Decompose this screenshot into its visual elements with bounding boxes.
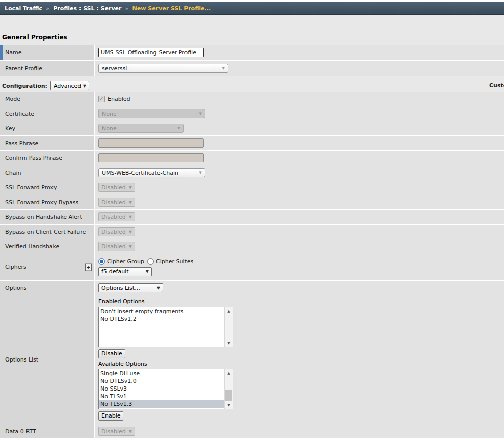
data-0-rtt-select[interactable]: Disabled ▼ (98, 427, 135, 436)
key-label-cell: Key (0, 121, 95, 135)
page-body: General Properties Name UMS-SSL-Offloadi… (0, 15, 504, 443)
scrollbar[interactable]: ▲ ▼ (224, 369, 233, 409)
bypass-on-client-cert-failure-value-cell: Disabled ▼ (95, 225, 504, 239)
bypass-on-client-cert-failure-row: Bypass on Client Cert Failure Disabled ▼ (0, 225, 504, 239)
disable-button[interactable]: Disable (98, 349, 125, 358)
mode-label-cell: Mode (0, 92, 95, 106)
name-label: Name (5, 49, 21, 56)
bypass-on-client-cert-failure-label-cell: Bypass on Client Cert Failure (0, 225, 95, 239)
options-select[interactable]: Options List... ▼ (98, 283, 163, 292)
bypass-on-client-cert-failure-select[interactable]: Disabled ▼ (98, 227, 135, 236)
breadcrumb-root[interactable]: Local Traffic (5, 5, 42, 12)
parent-profile-label: Parent Profile (5, 65, 42, 72)
key-select-value: None (102, 125, 117, 132)
list-item-selected[interactable]: No TLSv1.3 (99, 400, 224, 408)
bypass-on-handshake-alert-label-cell: Bypass on Handshake Alert (0, 210, 95, 224)
bottom-margin (0, 439, 504, 443)
bypass-on-handshake-alert-label: Bypass on Handshake Alert (5, 214, 82, 220)
cipher-group-select[interactable]: f5-default ▼ (98, 267, 152, 276)
chevron-down-icon: ▼ (129, 185, 132, 190)
mode-value-cell: ✓ Enabled (95, 92, 504, 106)
ciphers-row: Ciphers + Cipher Group Cipher Suites f5-… (0, 254, 504, 281)
configuration-table: Mode ✓ Enabled Certificate None ▼ (0, 92, 504, 439)
list-item[interactable]: Single DH use (99, 370, 224, 377)
certificate-row: Certificate None ▼ (0, 106, 504, 121)
list-item[interactable]: No DTLSv1.0 (99, 377, 224, 385)
certificate-value-cell: None ▼ (95, 106, 504, 121)
verified-handshake-value-cell: Disabled ▼ (95, 239, 504, 254)
pass-phrase-input[interactable] (98, 138, 204, 148)
options-label: Options (5, 285, 26, 291)
chevron-down-icon: ▼ (129, 200, 132, 205)
configuration-header: Configuration: Advanced ▼ Custom (0, 80, 504, 91)
scroll-down-icon[interactable]: ▼ (225, 401, 233, 409)
ciphers-value-cell: Cipher Group Cipher Suites f5-default ▼ (95, 254, 504, 280)
name-input[interactable]: UMS-SSL-Offloading-Server-Profile (98, 48, 204, 57)
parent-profile-row: Parent Profile serverssl ▼ (0, 61, 504, 76)
data-0-rtt-row: Data 0-RTT Disabled ▼ (0, 424, 504, 439)
chain-select-value: UMS-WEB-Certificate-Chain (102, 170, 178, 176)
ssl-forward-proxy-select[interactable]: Disabled ▼ (98, 183, 135, 192)
list-item[interactable]: No SSLv3 (99, 385, 224, 393)
ssl-forward-proxy-bypass-row: SSL Forward Proxy Bypass Disabled ▼ (0, 195, 504, 210)
cipher-suites-radio[interactable] (147, 258, 154, 265)
available-options-listbox[interactable]: Single DH use No DTLSv1.0 No SSLv3 No TL… (98, 369, 233, 409)
list-item[interactable]: Don't insert empty fragments (99, 308, 224, 315)
mode-enabled-checkbox[interactable]: ✓ (98, 96, 105, 102)
certificate-select-value: None (102, 110, 117, 117)
cipher-group-select-value: f5-default (101, 268, 129, 275)
parent-profile-value-cell: serverssl ▼ (95, 61, 504, 76)
verified-handshake-label-cell: Verified Handshake (0, 239, 95, 254)
ssl-forward-proxy-row: SSL Forward Proxy Disabled ▼ (0, 180, 504, 195)
ssl-forward-proxy-bypass-select[interactable]: Disabled ▼ (98, 198, 135, 207)
list-item[interactable]: No DTLSv1.2 (99, 315, 224, 323)
bypass-on-client-cert-failure-select-value: Disabled (101, 229, 126, 235)
chevron-down-icon: ▼ (129, 230, 132, 234)
chain-row: Chain UMS-WEB-Certificate-Chain ▼ (0, 165, 504, 180)
breadcrumb: Local Traffic » Profiles : SSL : Server … (0, 2, 504, 15)
bypass-on-handshake-alert-select[interactable]: Disabled ▼ (98, 212, 135, 221)
cipher-suites-radio-label: Cipher Suites (156, 258, 193, 265)
ciphers-expand-button[interactable]: + (85, 263, 92, 271)
chain-label-cell: Chain (0, 165, 95, 180)
key-select[interactable]: None ▼ (98, 124, 184, 133)
required-field-marker (0, 45, 3, 60)
scrollbar-track[interactable] (225, 315, 233, 339)
configuration-level-select[interactable]: Advanced ▼ (50, 81, 89, 90)
pass-phrase-row: Pass Phrase (0, 136, 504, 151)
name-row: Name UMS-SSL-Offloading-Server-Profile (0, 45, 504, 61)
scroll-up-icon[interactable]: ▲ (225, 369, 233, 377)
confirm-pass-phrase-input[interactable] (98, 153, 204, 162)
chain-select[interactable]: UMS-WEB-Certificate-Chain ▼ (98, 168, 205, 177)
pass-phrase-value-cell (95, 136, 504, 150)
ssl-forward-proxy-label-cell: SSL Forward Proxy (0, 180, 95, 195)
chevron-down-icon: ▼ (83, 84, 86, 88)
breadcrumb-path[interactable]: Profiles : SSL : Server (53, 5, 121, 12)
key-label: Key (5, 125, 15, 132)
certificate-select[interactable]: None ▼ (98, 109, 205, 118)
cipher-group-radio[interactable] (98, 258, 105, 265)
parent-profile-label-cell: Parent Profile (0, 61, 95, 76)
mode-label: Mode (5, 96, 20, 102)
options-list-label: Options List (5, 356, 38, 363)
configuration-label: Configuration: (2, 82, 47, 89)
general-properties-table: Name UMS-SSL-Offloading-Server-Profile P… (0, 45, 504, 76)
scroll-up-icon[interactable]: ▲ (225, 307, 233, 315)
confirm-pass-phrase-value-cell (95, 151, 504, 165)
verified-handshake-select[interactable]: Disabled ▼ (98, 242, 135, 251)
scroll-down-icon[interactable]: ▼ (225, 339, 233, 347)
key-row: Key None ▼ (0, 121, 504, 136)
pass-phrase-label-cell: Pass Phrase (0, 136, 95, 150)
enabled-options-listbox[interactable]: Don't insert empty fragments No DTLSv1.2… (98, 307, 233, 347)
enabled-options-items: Don't insert empty fragments No DTLSv1.2 (99, 307, 224, 347)
scrollbar-thumb[interactable] (225, 390, 232, 401)
parent-profile-select[interactable]: serverssl ▼ (98, 64, 228, 73)
enabled-options-title: Enabled Options (98, 298, 144, 306)
scrollbar[interactable]: ▲ ▼ (224, 307, 233, 347)
enable-button[interactable]: Enable (98, 411, 123, 421)
list-item[interactable]: No TLSv1 (99, 393, 224, 400)
configuration-level-value: Advanced (54, 82, 81, 89)
scrollbar-track[interactable] (225, 377, 233, 401)
available-options-title: Available Options (98, 360, 147, 368)
bypass-on-client-cert-failure-label: Bypass on Client Cert Failure (5, 229, 86, 235)
